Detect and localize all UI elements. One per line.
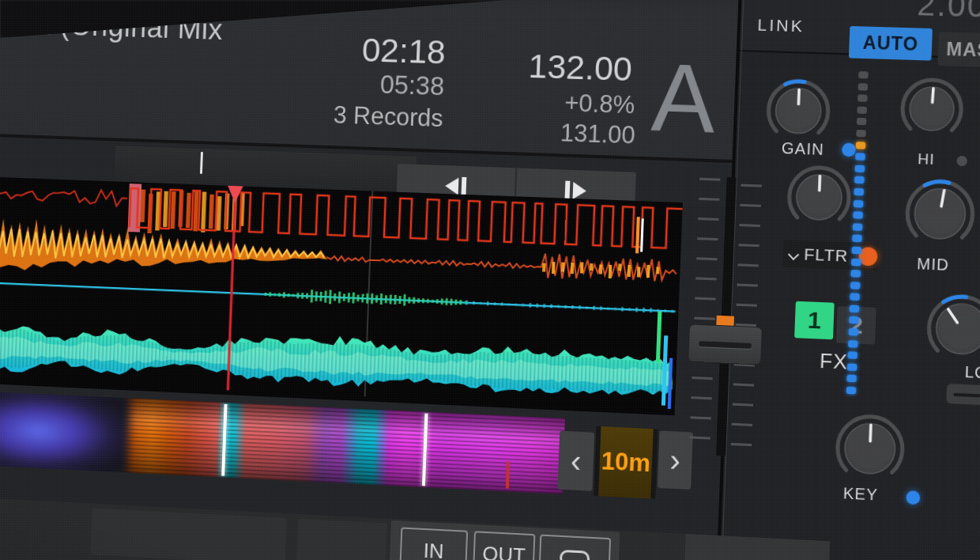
fader-tick: [737, 263, 758, 267]
meter-segment: [847, 363, 858, 371]
meter-segment: [852, 235, 862, 243]
zoom-out-button[interactable]: ‹: [557, 431, 594, 491]
meter-segment: [858, 95, 868, 103]
meter-segment: [851, 258, 861, 266]
filter-label: FLTR: [804, 244, 849, 265]
fader-tick: [697, 237, 718, 240]
gain-label: GAIN: [781, 139, 824, 159]
tempo-offset: +0.8%: [473, 86, 635, 120]
fader-tick: [699, 198, 719, 201]
zoom-level-text: 10m: [601, 447, 651, 478]
meter-segment: [853, 211, 863, 219]
eq-hi-label: HI: [918, 150, 935, 168]
meter-segment: [850, 270, 861, 278]
mid-knob[interactable]: [896, 171, 980, 258]
master-clock-fragment: 2.00: [917, 0, 980, 25]
meter-segment: [856, 142, 866, 149]
chevron-right-icon: ›: [669, 442, 681, 479]
meter-segment: [854, 188, 864, 196]
sync-auto-button[interactable]: AUTO: [849, 26, 933, 61]
deck-letter: A: [650, 49, 717, 146]
dj-app-window: ht (Original Mix 02:18 05:38 3 Records 1…: [0, 0, 980, 560]
time-remaining: 05:38: [295, 67, 445, 102]
fader-tick: [733, 403, 753, 407]
bpm-value: 132.00: [474, 45, 633, 89]
fader-tick: [741, 184, 761, 187]
fader-tick: [737, 304, 757, 307]
meter-segment: [856, 130, 866, 138]
fader-tick: [733, 383, 754, 386]
nudge-left-icon: [445, 177, 459, 195]
waveform-display[interactable]: [0, 176, 683, 415]
fader-tick: [738, 244, 759, 247]
time-elapsed: 02:18: [296, 28, 447, 71]
meter-segment: [854, 176, 865, 184]
auto-label: AUTO: [862, 32, 918, 55]
nudge-right-bar-icon: [565, 181, 571, 200]
nudge-left-bar-icon: [462, 177, 467, 196]
meter-segment: [849, 316, 859, 324]
hi-knob[interactable]: [891, 69, 972, 149]
link-label: LINK: [757, 15, 805, 36]
meter-segment: [846, 375, 857, 383]
chevron-left-icon: ‹: [570, 443, 582, 479]
fader-tick: [695, 277, 716, 280]
loop-out-label: OUT: [482, 541, 526, 560]
key-knob[interactable]: [827, 405, 914, 492]
meter-segment: [858, 71, 869, 79]
fader-tick: [731, 443, 752, 446]
meter-segment: [857, 106, 867, 114]
meter-segment: [848, 340, 858, 348]
fader-tick: [690, 436, 710, 439]
loop-in-label: IN: [423, 538, 444, 560]
filter-knob[interactable]: [778, 157, 861, 238]
screen-photo: ht (Original Mix 02:18 05:38 3 Records 1…: [0, 0, 980, 560]
fx1-label: 1: [807, 306, 821, 334]
meter-segment: [855, 165, 865, 172]
fader-tick: [691, 396, 711, 399]
meter-segment: [846, 387, 857, 395]
bottom-button-2[interactable]: [296, 519, 387, 560]
meter-segment: [850, 282, 861, 289]
loop-in-button[interactable]: IN: [399, 527, 468, 560]
meter-segment: [850, 293, 860, 301]
nudge-right-icon: [573, 182, 587, 200]
stripe-blurred-left: [0, 391, 130, 477]
mini-fader[interactable]: [945, 383, 980, 406]
fader-tick: [740, 204, 760, 207]
chevron-down-icon: [790, 249, 800, 259]
fader-tick: [695, 297, 715, 301]
master-label: MASTER: [946, 38, 980, 62]
meter-segment: [852, 247, 862, 255]
meter-segment: [849, 328, 859, 336]
sync-master-button[interactable]: MASTER: [937, 32, 980, 69]
key-label: KEY: [842, 484, 878, 504]
zoom-level-display[interactable]: 10m: [594, 426, 658, 499]
fader-tick: [737, 284, 758, 287]
fader-tick: [696, 257, 717, 260]
base-bpm: 131.00: [472, 116, 635, 150]
meter-segment: [854, 200, 864, 208]
loop-out-button[interactable]: OUT: [473, 531, 535, 560]
lo-knob[interactable]: [918, 286, 980, 373]
fader-tick: [698, 218, 718, 221]
fader-tick: [732, 423, 752, 426]
pitch-fader-handle[interactable]: [688, 324, 763, 365]
bottom-button-1[interactable]: [91, 508, 287, 560]
fx-unit-1-button[interactable]: 1: [794, 301, 835, 340]
fader-tick: [694, 317, 714, 320]
meter-segment: [847, 352, 858, 360]
meter-segment: [857, 118, 867, 126]
eq-lo-label: LO: [964, 363, 980, 383]
fader-tick: [690, 416, 710, 419]
meter-segment: [855, 153, 865, 161]
fader-tick: [739, 224, 760, 227]
loop-icon: [560, 550, 590, 560]
meter-segment: [853, 223, 863, 231]
zoom-in-button[interactable]: ›: [658, 431, 693, 490]
meter-segment: [858, 83, 869, 91]
fader-tick: [699, 178, 720, 181]
meter-segment: [850, 305, 860, 312]
loop-active-button[interactable]: [538, 535, 611, 560]
fader-tick: [692, 376, 712, 380]
